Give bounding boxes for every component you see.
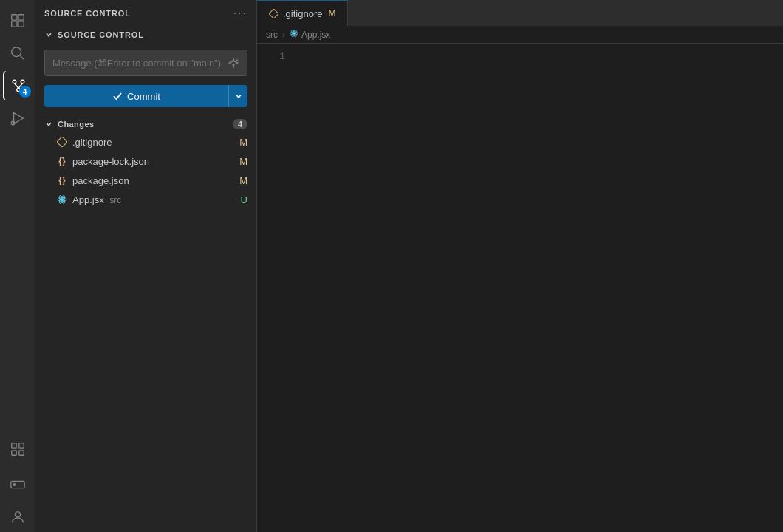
svg-line-9 bbox=[14, 83, 18, 88]
svg-line-5 bbox=[20, 55, 24, 59]
source-control-panel: SOURCE CONTROL ··· SOURCE CONTROL Commit bbox=[35, 0, 257, 532]
changes-count: 4 bbox=[233, 119, 247, 129]
svg-point-21 bbox=[61, 198, 64, 201]
panel-header: SOURCE CONTROL ··· bbox=[35, 0, 256, 26]
editor-content: 1 bbox=[257, 44, 783, 532]
gitignore-filename: .gitignore bbox=[72, 137, 235, 148]
app-jsx-icon bbox=[56, 194, 68, 205]
tab-gitignore-icon bbox=[269, 9, 278, 18]
app-jsx-filename: App.jsx src bbox=[72, 194, 236, 205]
extensions-icon[interactable] bbox=[3, 434, 33, 464]
svg-point-26 bbox=[293, 32, 295, 34]
breadcrumb: src › App.jsx bbox=[257, 26, 783, 44]
file-item-app-jsx[interactable]: App.jsx src U bbox=[35, 190, 256, 209]
changes-section: Changes 4 .gitignore M {} package-lock.j… bbox=[35, 116, 256, 209]
file-list: .gitignore M {} package-lock.json M {} p… bbox=[35, 132, 256, 209]
svg-rect-15 bbox=[11, 451, 16, 455]
gitignore-icon bbox=[56, 136, 68, 148]
editor-code[interactable] bbox=[294, 44, 783, 532]
package-lock-status: M bbox=[239, 156, 247, 167]
svg-point-7 bbox=[21, 80, 24, 83]
changes-chevron bbox=[44, 120, 53, 129]
search-icon[interactable] bbox=[3, 38, 33, 68]
breadcrumb-src[interactable]: src bbox=[266, 30, 278, 40]
svg-point-18 bbox=[13, 484, 16, 486]
breadcrumb-file[interactable]: App.jsx bbox=[290, 29, 330, 40]
gitignore-status: M bbox=[239, 137, 247, 148]
line-number-1: 1 bbox=[257, 50, 285, 64]
package-json-filename: package.json bbox=[72, 175, 235, 186]
svg-rect-16 bbox=[18, 451, 23, 455]
svg-rect-0 bbox=[11, 15, 16, 20]
svg-rect-14 bbox=[18, 443, 23, 448]
account-icon[interactable] bbox=[3, 502, 33, 532]
more-actions-button[interactable]: ··· bbox=[233, 7, 247, 20]
package-json-status: M bbox=[239, 175, 247, 186]
svg-point-19 bbox=[15, 512, 20, 517]
section-chevron bbox=[44, 30, 53, 39]
commit-dropdown-button[interactable] bbox=[228, 85, 247, 107]
package-lock-filename: package-lock.json bbox=[72, 156, 235, 167]
tab-gitignore-status: M bbox=[328, 8, 335, 18]
tab-gitignore[interactable]: .gitignore M bbox=[257, 0, 348, 26]
source-control-badge: 4 bbox=[19, 86, 31, 98]
app-jsx-path: src bbox=[109, 195, 121, 205]
commit-button-label: Commit bbox=[127, 91, 160, 102]
line-numbers: 1 bbox=[257, 44, 294, 532]
breadcrumb-src-label: src bbox=[266, 30, 278, 40]
section-title: SOURCE CONTROL bbox=[58, 30, 144, 39]
sparkle-icon[interactable] bbox=[228, 57, 239, 69]
svg-point-6 bbox=[13, 80, 16, 83]
svg-point-12 bbox=[11, 121, 15, 125]
breadcrumb-separator: › bbox=[282, 30, 285, 40]
commit-message-area bbox=[44, 50, 247, 76]
package-lock-icon: {} bbox=[56, 155, 68, 167]
svg-rect-1 bbox=[18, 15, 23, 20]
svg-rect-2 bbox=[11, 21, 16, 27]
editor-area: .gitignore M src › App.jsx 1 bbox=[257, 0, 783, 532]
changes-header[interactable]: Changes 4 bbox=[35, 116, 256, 132]
svg-rect-13 bbox=[11, 443, 16, 448]
app-jsx-status: U bbox=[241, 194, 247, 205]
commit-button-container: Commit bbox=[44, 85, 247, 107]
source-control-icon[interactable]: 4 bbox=[3, 71, 33, 100]
breadcrumb-file-label: App.jsx bbox=[301, 30, 330, 40]
file-item-package-lock[interactable]: {} package-lock.json M bbox=[35, 151, 256, 171]
svg-marker-11 bbox=[13, 113, 23, 124]
section-header[interactable]: SOURCE CONTROL bbox=[35, 26, 256, 44]
breadcrumb-file-icon bbox=[290, 29, 298, 40]
commit-message-input[interactable] bbox=[52, 58, 222, 69]
run-debug-icon[interactable] bbox=[3, 103, 33, 133]
tab-gitignore-name: .gitignore bbox=[283, 8, 322, 19]
file-item-package-json[interactable]: {} package.json M bbox=[35, 171, 256, 190]
svg-rect-20 bbox=[57, 137, 67, 147]
changes-title: Changes bbox=[58, 120, 228, 129]
panel-title: SOURCE CONTROL bbox=[44, 9, 131, 18]
svg-point-4 bbox=[11, 47, 21, 57]
activity-bar: 4 bbox=[0, 0, 35, 532]
svg-rect-25 bbox=[269, 9, 278, 18]
svg-rect-3 bbox=[18, 21, 23, 27]
tab-bar: .gitignore M bbox=[257, 0, 783, 26]
remote-icon[interactable] bbox=[3, 470, 33, 499]
file-item-gitignore[interactable]: .gitignore M bbox=[35, 132, 256, 151]
explorer-icon[interactable] bbox=[3, 6, 33, 35]
commit-button[interactable]: Commit bbox=[44, 85, 228, 107]
package-json-icon: {} bbox=[56, 174, 68, 186]
